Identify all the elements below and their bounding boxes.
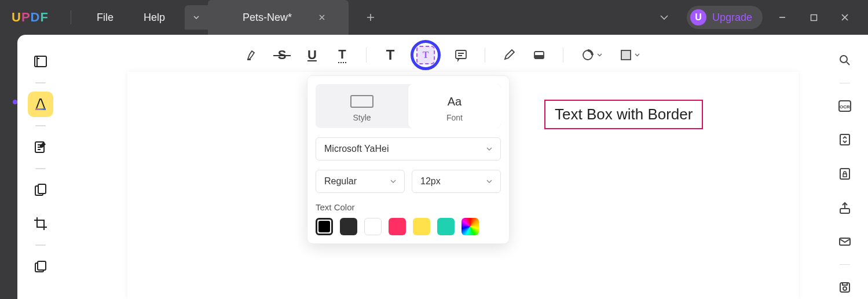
svg-rect-12 <box>621 50 631 60</box>
color-swatch[interactable] <box>340 218 357 235</box>
underline-glyph: U <box>307 48 317 63</box>
upgrade-badge: U <box>690 9 706 25</box>
popup-tab-font-label: Font <box>408 113 501 122</box>
sidebar-reader-icon[interactable] <box>28 49 53 74</box>
color-swatch-selected[interactable] <box>316 218 333 235</box>
sidebar-tools-icon[interactable] <box>28 254 53 279</box>
window-minimize-icon[interactable] <box>771 8 794 27</box>
sidebar-comment-icon[interactable] <box>28 92 53 117</box>
window-close-icon[interactable] <box>833 8 856 27</box>
color-swatch[interactable] <box>413 218 430 235</box>
email-icon[interactable] <box>832 230 858 254</box>
textbox-properties-popup: Style Aa Font Microsoft YaHei Regular 12… <box>307 75 510 244</box>
color-swatch[interactable] <box>364 218 382 235</box>
tab-new-icon[interactable] <box>366 13 375 22</box>
popup-tab-style[interactable]: Style <box>316 84 408 128</box>
chevron-down-icon <box>486 180 492 183</box>
tab-close-icon[interactable] <box>318 14 325 21</box>
menu-help[interactable]: Help <box>129 8 180 27</box>
tool-eraser-icon[interactable] <box>529 45 549 65</box>
window-maximize-icon[interactable] <box>802 8 825 27</box>
sidebar-separator <box>35 82 46 83</box>
tool-underline-icon[interactable]: U <box>302 45 322 65</box>
tool-pencil-icon[interactable] <box>499 45 519 65</box>
chevron-down-icon <box>486 147 492 151</box>
color-picker-icon[interactable] <box>462 218 479 235</box>
textbox-glyph: T <box>423 50 429 60</box>
tool-textbox-active[interactable]: T <box>411 40 441 70</box>
app-logo: UPDF <box>12 10 49 25</box>
popup-tab-font[interactable]: Aa Font <box>408 84 501 128</box>
svg-rect-8 <box>456 50 466 59</box>
svg-rect-7 <box>38 261 46 270</box>
svg-rect-2 <box>35 108 46 110</box>
format-toolbar: S U T T T <box>64 35 822 72</box>
font-family-select[interactable]: Microsoft YaHei <box>316 137 501 161</box>
sidebar-separator <box>35 245 46 246</box>
tool-rect-icon[interactable] <box>616 45 643 65</box>
svg-point-22 <box>843 287 847 290</box>
sidebar-organize-icon[interactable] <box>28 177 53 203</box>
titlebar-chevron-icon[interactable] <box>650 12 679 24</box>
font-weight-select[interactable]: Regular <box>316 170 405 193</box>
tool-shape-icon[interactable] <box>577 45 605 65</box>
tab-active[interactable]: Pets-New* <box>208 0 349 35</box>
sidebar-indicator-dot <box>13 100 17 104</box>
sidebar-edit-icon[interactable] <box>28 134 53 160</box>
svg-rect-16 <box>840 134 849 145</box>
sidebar-separator <box>840 264 850 265</box>
right-sidebar: OCR <box>822 35 868 299</box>
svg-rect-5 <box>38 184 46 194</box>
svg-rect-23 <box>843 283 847 285</box>
protect-icon[interactable] <box>832 162 858 186</box>
tab-label: Pets-New* <box>243 12 292 24</box>
svg-rect-10 <box>534 55 544 59</box>
svg-rect-0 <box>811 14 816 20</box>
sidebar-separator <box>35 168 46 169</box>
tool-highlighter-icon[interactable] <box>242 45 262 65</box>
ocr-icon[interactable]: OCR <box>832 94 858 118</box>
font-size-select[interactable]: 12px <box>412 170 501 193</box>
document-textbox[interactable]: Text Box with Border <box>544 100 703 129</box>
chevron-down-icon <box>390 180 396 183</box>
popup-tab-style-label: Style <box>316 113 408 122</box>
share-icon[interactable] <box>832 196 858 220</box>
font-size-value: 12px <box>420 176 441 187</box>
sidebar-separator <box>35 125 46 126</box>
sidebar-crop-icon[interactable] <box>28 211 53 236</box>
font-weight-value: Regular <box>324 176 357 187</box>
save-icon[interactable] <box>832 275 858 299</box>
search-icon[interactable] <box>832 49 858 72</box>
text-color-label: Text Color <box>316 202 501 212</box>
tool-note-icon[interactable] <box>451 45 471 65</box>
separator <box>71 10 71 24</box>
color-swatch[interactable] <box>437 218 455 235</box>
font-family-value: Microsoft YaHei <box>324 144 389 154</box>
toolbar-separator <box>366 48 367 63</box>
svg-text:OCR: OCR <box>840 104 850 110</box>
style-rect-icon <box>350 95 373 108</box>
tool-text-icon[interactable]: T <box>380 45 400 65</box>
svg-rect-19 <box>840 209 849 213</box>
text-glyph: T <box>386 47 395 63</box>
toolbar-separator <box>485 48 485 63</box>
convert-icon[interactable] <box>832 128 858 152</box>
svg-rect-18 <box>843 174 847 177</box>
tool-squiggly-icon[interactable]: T <box>332 45 352 65</box>
color-swatch[interactable] <box>389 218 406 235</box>
upgrade-label: Upgrade <box>712 12 752 24</box>
left-sidebar <box>17 35 64 299</box>
toolbar-separator <box>563 48 563 63</box>
squiggly-glyph: T <box>338 47 346 63</box>
tab-dropdown[interactable] <box>185 5 208 30</box>
upgrade-button[interactable]: U Upgrade <box>687 6 763 29</box>
tool-strikethrough-icon[interactable]: S <box>272 45 292 65</box>
svg-point-13 <box>840 56 847 63</box>
sidebar-separator <box>840 83 850 84</box>
menu-file[interactable]: File <box>82 8 129 27</box>
